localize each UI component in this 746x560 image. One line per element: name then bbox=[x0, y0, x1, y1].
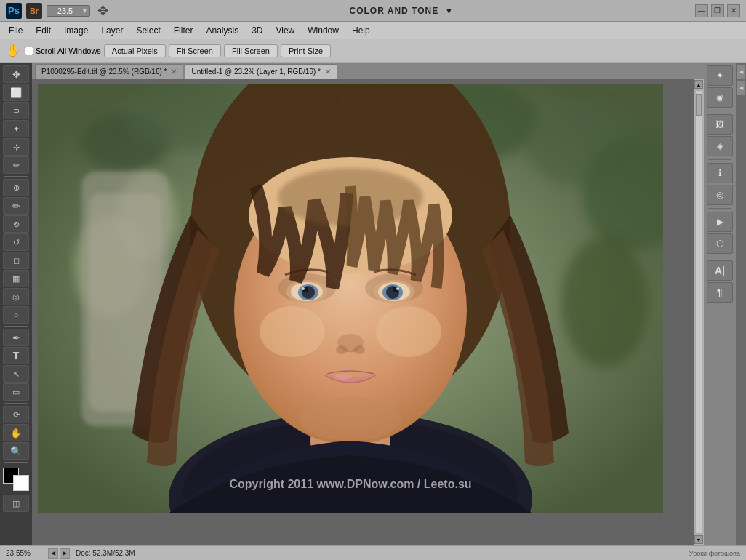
clone-tool[interactable]: ⊚ bbox=[3, 215, 29, 233]
menu-view[interactable]: View bbox=[270, 24, 300, 37]
right-paragraph-btn[interactable]: ¶ bbox=[707, 282, 733, 303]
bridge-logo[interactable]: Br bbox=[26, 3, 42, 19]
tool-divider-3 bbox=[4, 403, 28, 404]
eraser-tool[interactable]: ◻ bbox=[3, 252, 29, 269]
marquee-tool[interactable]: ⬜ bbox=[3, 84, 29, 101]
right-text-align-left[interactable]: A| bbox=[707, 260, 733, 281]
scroll-track[interactable] bbox=[695, 90, 702, 534]
right-tool-5[interactable]: ℹ bbox=[707, 163, 733, 183]
print-size-button[interactable]: Print Size bbox=[281, 44, 331, 57]
zoom-dropdown-icon[interactable]: ▼ bbox=[81, 7, 88, 15]
window-controls: — ❐ ✕ bbox=[695, 4, 740, 17]
actual-pixels-button[interactable]: Actual Pixels bbox=[104, 44, 166, 57]
fit-screen-button[interactable]: Fit Screen bbox=[169, 44, 221, 57]
menu-select[interactable]: Select bbox=[130, 24, 166, 37]
crop-tool[interactable]: ⊹ bbox=[3, 138, 29, 156]
shape-tool[interactable]: ▭ bbox=[3, 383, 29, 401]
pen-tool[interactable]: ✒ bbox=[3, 329, 29, 346]
right-tool-4[interactable]: ◈ bbox=[707, 136, 733, 156]
scroll-up-arrow[interactable]: ▲ bbox=[694, 80, 703, 89]
zoom-level[interactable]: 23.5 bbox=[49, 6, 81, 16]
tab-1-close[interactable]: ✕ bbox=[171, 68, 177, 76]
move-tool[interactable]: ✥ bbox=[3, 65, 29, 83]
right-divider-3 bbox=[708, 208, 731, 209]
right-tool-6[interactable]: ◎ bbox=[707, 185, 733, 205]
svg-point-38 bbox=[300, 397, 401, 441]
menu-layer[interactable]: Layer bbox=[95, 24, 129, 37]
far-right-panel: ◀ ◀ bbox=[736, 63, 746, 545]
collapse-top-btn[interactable]: ◀ bbox=[737, 65, 745, 79]
right-panel: ✦ ◉ 🖼 ◈ ℹ ◎ ▶ ⬡ A| ¶ bbox=[704, 63, 736, 545]
right-tool-8[interactable]: ⬡ bbox=[707, 233, 733, 254]
3d-tool[interactable]: ⟳ bbox=[3, 406, 29, 423]
history-brush-tool[interactable]: ↺ bbox=[3, 233, 29, 251]
right-tool-1[interactable]: ✦ bbox=[707, 65, 733, 86]
menu-bar: File Edit Image Layer Select Filter Anal… bbox=[0, 22, 746, 39]
restore-button[interactable]: ❐ bbox=[711, 4, 724, 17]
canvas-area: P1000295-Edit.tif @ 23.5% (RGB/16) * ✕ U… bbox=[32, 63, 704, 545]
lasso-tool[interactable]: ⊃ bbox=[3, 102, 29, 119]
quick-select-tool[interactable]: ✦ bbox=[3, 120, 29, 137]
title-bar-left: Ps Br 23.5 ▼ ✥ bbox=[6, 3, 108, 19]
doc-size: Doc: 52.3M/52.3M bbox=[76, 549, 135, 557]
path-select-tool[interactable]: ↖ bbox=[3, 365, 29, 383]
menu-analysis[interactable]: Analysis bbox=[200, 24, 244, 37]
status-bar: 23.55% ◀ ▶ Doc: 52.3M/52.3M Уроки фотошо… bbox=[0, 545, 746, 560]
right-tool-2[interactable]: ◉ bbox=[707, 87, 733, 108]
dodge-tool[interactable]: ○ bbox=[3, 306, 29, 324]
scroll-thumb[interactable] bbox=[696, 94, 702, 116]
color-swatch bbox=[3, 468, 29, 491]
heal-tool[interactable]: ⊕ bbox=[3, 179, 29, 196]
menu-file[interactable]: File bbox=[3, 24, 28, 37]
svg-point-27 bbox=[302, 287, 305, 290]
minimize-button[interactable]: — bbox=[695, 4, 708, 17]
svg-point-39 bbox=[278, 168, 423, 226]
svg-point-19 bbox=[376, 306, 441, 357]
nav-right-arrow[interactable]: ▶ bbox=[60, 548, 70, 559]
right-divider-4 bbox=[708, 257, 731, 257]
gradient-tool[interactable]: ▦ bbox=[3, 270, 29, 287]
workspace-dropdown-icon[interactable]: ▼ bbox=[445, 6, 454, 16]
hand-tool-options-icon: ✋ bbox=[4, 42, 22, 60]
options-bar: ✋ Scroll All Windows Actual Pixels Fit S… bbox=[0, 39, 746, 63]
menu-filter[interactable]: Filter bbox=[168, 24, 199, 37]
background-color[interactable] bbox=[13, 475, 29, 491]
menu-window[interactable]: Window bbox=[302, 24, 345, 37]
menu-3d[interactable]: 3D bbox=[246, 24, 268, 37]
image-container[interactable]: Copyright 2011 www.DPNow.com / Leeto.su bbox=[32, 79, 694, 545]
status-nav: ◀ ▶ bbox=[48, 548, 70, 559]
close-button[interactable]: ✕ bbox=[727, 4, 740, 17]
tab-2-close[interactable]: ✕ bbox=[325, 68, 331, 76]
menu-image[interactable]: Image bbox=[58, 24, 94, 37]
scroll-all-checkbox[interactable] bbox=[25, 47, 33, 55]
zoom-tool[interactable]: 🔍 bbox=[3, 442, 29, 460]
credits-text: Уроки фотошопа bbox=[689, 550, 740, 557]
right-tool-7[interactable]: ▶ bbox=[707, 212, 733, 232]
tool-divider-1 bbox=[4, 176, 28, 177]
vertical-scrollbar[interactable]: ▲ ▼ bbox=[694, 79, 704, 545]
brush-tool[interactable]: ✏ bbox=[3, 197, 29, 215]
text-tool[interactable]: T bbox=[3, 347, 29, 364]
fill-screen-button[interactable]: Fill Screen bbox=[224, 44, 278, 57]
blur-tool[interactable]: ◎ bbox=[3, 288, 29, 305]
menu-edit[interactable]: Edit bbox=[30, 24, 57, 37]
svg-text:Copyright 2011 www.DPNow.com /: Copyright 2011 www.DPNow.com / Leeto.su bbox=[229, 478, 471, 490]
nav-left-arrow[interactable]: ◀ bbox=[48, 548, 58, 559]
svg-point-35 bbox=[336, 345, 348, 354]
menu-help[interactable]: Help bbox=[346, 24, 376, 37]
title-bar: Ps Br 23.5 ▼ ✥ COLOR AND TONE ▼ — ❐ ✕ bbox=[0, 0, 746, 22]
tab-file-1[interactable]: P1000295-Edit.tif @ 23.5% (RGB/16) * ✕ bbox=[35, 64, 183, 79]
tab-file-2[interactable]: Untitled-1 @ 23.2% (Layer 1, RGB/16) * ✕ bbox=[185, 64, 337, 79]
status-zoom[interactable]: 23.55% bbox=[6, 549, 42, 557]
photoshop-logo[interactable]: Ps bbox=[6, 3, 22, 19]
collapse-bottom-btn[interactable]: ◀ bbox=[737, 81, 745, 95]
hand-tool[interactable]: ✋ bbox=[3, 424, 29, 441]
quick-mask-tool[interactable]: ◫ bbox=[3, 495, 29, 512]
svg-point-7 bbox=[561, 237, 649, 368]
right-tool-3[interactable]: 🖼 bbox=[707, 114, 733, 135]
scroll-all-windows-check[interactable]: Scroll All Windows bbox=[25, 47, 101, 55]
tab-1-label: P1000295-Edit.tif @ 23.5% (RGB/16) * bbox=[41, 68, 167, 76]
scroll-down-arrow[interactable]: ▼ bbox=[694, 535, 703, 544]
move-tool-icon[interactable]: ✥ bbox=[97, 3, 108, 19]
eyedropper-tool[interactable]: ✏ bbox=[3, 156, 29, 174]
